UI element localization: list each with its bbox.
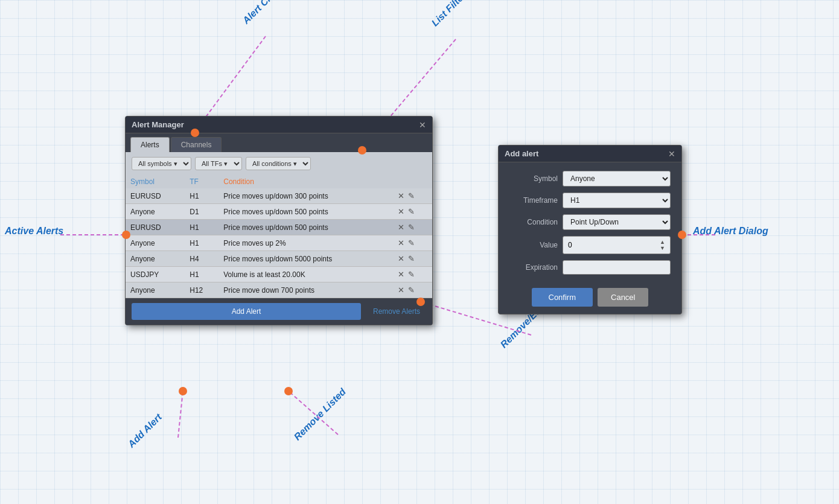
- label-add-alert: Add Alert: [126, 412, 164, 450]
- cell-symbol: EURUSD: [126, 188, 185, 204]
- cell-actions: ✕ ✎: [393, 251, 432, 267]
- cell-symbol: Anyone: [126, 204, 185, 220]
- label-timeframe: Timeframe: [509, 196, 558, 205]
- filter-conditions[interactable]: All conditions ▾Price UpPrice Down: [246, 157, 311, 170]
- confirm-button[interactable]: Confirm: [532, 288, 593, 307]
- alert-manager-title: Alert Manager: [132, 120, 184, 129]
- label-active-alerts: Active Alerts: [5, 226, 63, 237]
- cell-actions: ✕ ✎: [393, 267, 432, 282]
- remove-alert-button[interactable]: ✕: [398, 223, 404, 232]
- remove-alerts-button[interactable]: Remove Alerts: [367, 303, 426, 320]
- cell-actions: ✕ ✎: [393, 282, 432, 298]
- edit-alert-button[interactable]: ✎: [408, 254, 415, 263]
- cell-actions: ✕ ✎: [393, 235, 432, 251]
- table-row: USDJPY H1 Volume is at least 20.00K ✕ ✎: [126, 267, 432, 282]
- cell-tf: H1: [185, 235, 219, 251]
- cell-condition: Price moves up/down 500 points: [219, 220, 393, 235]
- cell-symbol: EURUSD: [126, 220, 185, 235]
- select-symbol[interactable]: AnyoneEURUSDUSDJPY: [563, 171, 671, 187]
- label-add-alert-dialog: Add Alert Dialog: [693, 226, 768, 237]
- svg-line-6: [289, 391, 338, 435]
- table-row: Anyone H12 Price move down 700 points ✕ …: [126, 282, 432, 298]
- alert-manager-dialog: Alert Manager ✕ Alerts Channels All symb…: [125, 116, 433, 325]
- cell-condition: Price moves up/down 5000 points: [219, 251, 393, 267]
- cell-condition: Price moves up 2%: [219, 235, 393, 251]
- cell-actions: ✕ ✎: [393, 204, 432, 220]
- label-list-filters: List Filters: [430, 0, 472, 28]
- remove-alert-button[interactable]: ✕: [398, 285, 404, 295]
- cancel-button[interactable]: Cancel: [598, 288, 648, 307]
- cell-tf: H12: [185, 282, 219, 298]
- cell-actions: ✕ ✎: [393, 188, 432, 204]
- cell-tf: H1: [185, 220, 219, 235]
- cell-symbol: Anyone: [126, 251, 185, 267]
- edit-alert-button[interactable]: ✎: [408, 207, 415, 216]
- select-timeframe[interactable]: H1H4D1H12: [563, 193, 671, 208]
- label-expiration: Expiration: [509, 263, 558, 272]
- col-header-tf: TF: [185, 175, 219, 188]
- alert-manager-titlebar: Alert Manager ✕: [126, 116, 432, 133]
- filter-symbols[interactable]: All symbols ▾EURUSDUSDJPY: [132, 157, 191, 170]
- cell-symbol: Anyone: [126, 235, 185, 251]
- remove-alert-button[interactable]: ✕: [398, 191, 404, 200]
- col-header-symbol: Symbol: [126, 175, 185, 188]
- alert-manager-close-button[interactable]: ✕: [419, 121, 426, 129]
- expiration-input[interactable]: 2024.12.26 11:38: [563, 260, 671, 275]
- add-alert-button[interactable]: Add Alert: [132, 303, 361, 320]
- form-row-value: Value 0 ▲ ▼: [509, 236, 671, 254]
- form-row-symbol: Symbol AnyoneEURUSDUSDJPY: [509, 171, 671, 187]
- cell-symbol: Anyone: [126, 282, 185, 298]
- table-row: EURUSD H1 Price moves up/down 300 points…: [126, 188, 432, 204]
- value-input[interactable]: 0: [568, 241, 646, 249]
- add-alert-form: Symbol AnyoneEURUSDUSDJPY Timeframe H1H4…: [499, 162, 681, 283]
- table-row: EURUSD H1 Price moves up/down 500 points…: [126, 220, 432, 235]
- edit-alert-button[interactable]: ✎: [408, 270, 415, 279]
- edit-alert-button[interactable]: ✎: [408, 223, 415, 232]
- cell-tf: D1: [185, 204, 219, 220]
- select-condition[interactable]: Point Up/DownPrice Up %Price Down %Volum…: [563, 214, 671, 230]
- filter-timeframes[interactable]: All TFs ▾H1H4D1: [195, 157, 242, 170]
- value-spinner[interactable]: ▲ ▼: [660, 239, 665, 251]
- table-row: Anyone D1 Price moves up/down 500 points…: [126, 204, 432, 220]
- remove-alert-button[interactable]: ✕: [398, 238, 404, 247]
- cell-tf: H4: [185, 251, 219, 267]
- table-row: Anyone H1 Price moves up 2% ✕ ✎: [126, 235, 432, 251]
- cell-condition: Volume is at least 20.00K: [219, 267, 393, 282]
- add-alert-close-button[interactable]: ✕: [668, 150, 675, 158]
- form-row-condition: Condition Point Up/DownPrice Up %Price D…: [509, 214, 671, 230]
- col-header-actions: [393, 175, 432, 188]
- svg-line-5: [178, 391, 183, 438]
- label-remove-listed: Remove Listed: [292, 386, 348, 442]
- tab-channels[interactable]: Channels: [171, 137, 222, 152]
- remove-alert-button[interactable]: ✕: [398, 207, 404, 216]
- edit-alert-button[interactable]: ✎: [408, 285, 415, 295]
- label-condition: Condition: [509, 218, 558, 226]
- cell-condition: Price moves up/down 300 points: [219, 188, 393, 204]
- alert-manager-tabs: Alerts Channels: [126, 133, 432, 152]
- tab-alerts[interactable]: Alerts: [130, 137, 170, 152]
- label-alert-channels: Alert Channels: [241, 0, 297, 26]
- add-alert-title: Add alert: [505, 149, 538, 158]
- cell-condition: Price move down 700 points: [219, 282, 393, 298]
- filters-row: All symbols ▾EURUSDUSDJPY All TFs ▾H1H4D…: [126, 152, 432, 175]
- form-row-expiration: Expiration 2024.12.26 11:38: [509, 260, 671, 275]
- cell-symbol: USDJPY: [126, 267, 185, 282]
- alerts-content: All symbols ▾EURUSDUSDJPY All TFs ▾H1H4D…: [126, 152, 432, 298]
- remove-alert-button[interactable]: ✕: [398, 270, 404, 279]
- alerts-table: Symbol TF Condition EURUSD H1 Price move…: [126, 175, 432, 298]
- cell-condition: Price moves up/down 500 points: [219, 204, 393, 220]
- add-alert-dialog: Add alert ✕ Symbol AnyoneEURUSDUSDJPY Ti…: [498, 145, 682, 314]
- table-row: Anyone H4 Price moves up/down 5000 point…: [126, 251, 432, 267]
- dot-add-alert-btn: [179, 387, 187, 395]
- edit-alert-button[interactable]: ✎: [408, 191, 415, 200]
- remove-alert-button[interactable]: ✕: [398, 254, 404, 263]
- label-value: Value: [509, 241, 558, 249]
- dot-remove-listed: [284, 387, 293, 395]
- add-alert-footer: Confirm Cancel: [499, 283, 681, 314]
- add-alert-titlebar: Add alert ✕: [499, 145, 681, 162]
- value-input-container: 0 ▲ ▼: [563, 236, 671, 254]
- form-row-timeframe: Timeframe H1H4D1H12: [509, 193, 671, 208]
- alert-manager-footer: Add Alert Remove Alerts: [126, 298, 432, 325]
- cell-actions: ✕ ✎: [393, 220, 432, 235]
- edit-alert-button[interactable]: ✎: [408, 238, 415, 247]
